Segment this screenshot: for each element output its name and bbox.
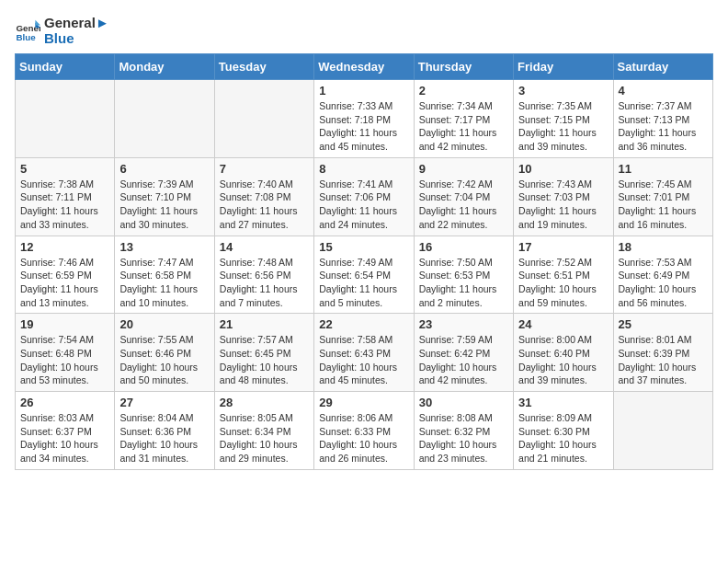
calendar-cell bbox=[613, 392, 712, 470]
day-info: Sunrise: 7:38 AMSunset: 7:11 PMDaylight:… bbox=[20, 178, 109, 232]
day-info: Sunrise: 7:33 AMSunset: 7:18 PMDaylight:… bbox=[319, 99, 408, 154]
calendar-cell: 22Sunrise: 7:58 AMSunset: 6:43 PMDayligh… bbox=[314, 314, 414, 392]
day-number: 20 bbox=[119, 317, 209, 331]
day-number: 9 bbox=[419, 162, 508, 176]
page-header: General Blue General► Blue bbox=[15, 15, 713, 46]
calendar-cell: 16Sunrise: 7:50 AMSunset: 6:53 PMDayligh… bbox=[414, 236, 513, 314]
weekday-header-monday: Monday bbox=[115, 54, 214, 80]
weekday-header-tuesday: Tuesday bbox=[214, 54, 313, 80]
day-number: 6 bbox=[119, 162, 209, 176]
calendar-cell: 17Sunrise: 7:52 AMSunset: 6:51 PMDayligh… bbox=[514, 236, 613, 314]
day-info: Sunrise: 7:49 AMSunset: 6:54 PMDaylight:… bbox=[319, 256, 408, 310]
day-info: Sunrise: 7:57 AMSunset: 6:45 PMDaylight:… bbox=[220, 333, 309, 387]
day-info: Sunrise: 7:47 AMSunset: 6:58 PMDaylight:… bbox=[119, 256, 209, 310]
weekday-header-thursday: Thursday bbox=[414, 54, 513, 80]
calendar-cell bbox=[16, 80, 115, 158]
calendar-cell: 21Sunrise: 7:57 AMSunset: 6:45 PMDayligh… bbox=[214, 314, 313, 392]
day-number: 27 bbox=[119, 396, 209, 409]
day-number: 25 bbox=[619, 317, 708, 331]
day-number: 31 bbox=[518, 396, 608, 409]
calendar-table: SundayMondayTuesdayWednesdayThursdayFrid… bbox=[15, 53, 713, 470]
weekday-header-wednesday: Wednesday bbox=[314, 54, 414, 80]
calendar-cell: 25Sunrise: 8:01 AMSunset: 6:39 PMDayligh… bbox=[613, 314, 712, 392]
logo-line2: Blue bbox=[44, 30, 109, 46]
calendar-cell: 24Sunrise: 8:00 AMSunset: 6:40 PMDayligh… bbox=[514, 314, 613, 392]
day-info: Sunrise: 8:09 AMSunset: 6:30 PMDaylight:… bbox=[518, 411, 608, 465]
day-number: 1 bbox=[319, 84, 408, 98]
day-number: 15 bbox=[319, 240, 408, 254]
calendar-cell: 31Sunrise: 8:09 AMSunset: 6:30 PMDayligh… bbox=[514, 392, 613, 470]
day-info: Sunrise: 8:01 AMSunset: 6:39 PMDaylight:… bbox=[619, 333, 708, 387]
day-info: Sunrise: 8:05 AMSunset: 6:34 PMDaylight:… bbox=[220, 411, 309, 465]
calendar-cell: 30Sunrise: 8:08 AMSunset: 6:32 PMDayligh… bbox=[414, 392, 513, 470]
day-info: Sunrise: 8:04 AMSunset: 6:36 PMDaylight:… bbox=[119, 411, 209, 465]
day-number: 8 bbox=[319, 162, 408, 176]
day-number: 14 bbox=[220, 240, 309, 254]
day-info: Sunrise: 7:54 AMSunset: 6:48 PMDaylight:… bbox=[20, 333, 109, 387]
day-info: Sunrise: 7:50 AMSunset: 6:53 PMDaylight:… bbox=[419, 256, 508, 310]
calendar-cell: 11Sunrise: 7:45 AMSunset: 7:01 PMDayligh… bbox=[613, 157, 712, 236]
day-number: 29 bbox=[319, 396, 408, 409]
day-info: Sunrise: 7:58 AMSunset: 6:43 PMDaylight:… bbox=[319, 333, 408, 387]
calendar-cell: 2Sunrise: 7:34 AMSunset: 7:17 PMDaylight… bbox=[414, 80, 513, 158]
calendar-cell: 12Sunrise: 7:46 AMSunset: 6:59 PMDayligh… bbox=[16, 236, 115, 314]
weekday-header-saturday: Saturday bbox=[613, 54, 712, 80]
calendar-cell: 19Sunrise: 7:54 AMSunset: 6:48 PMDayligh… bbox=[16, 314, 115, 392]
calendar-cell: 18Sunrise: 7:53 AMSunset: 6:49 PMDayligh… bbox=[613, 236, 712, 314]
day-number: 7 bbox=[220, 162, 309, 176]
day-number: 3 bbox=[518, 84, 608, 98]
calendar-week-1: 1Sunrise: 7:33 AMSunset: 7:18 PMDaylight… bbox=[16, 80, 713, 158]
day-number: 4 bbox=[619, 84, 708, 98]
calendar-cell: 10Sunrise: 7:43 AMSunset: 7:03 PMDayligh… bbox=[514, 157, 613, 236]
day-number: 22 bbox=[319, 317, 408, 331]
day-info: Sunrise: 8:08 AMSunset: 6:32 PMDaylight:… bbox=[419, 411, 508, 465]
calendar-cell: 7Sunrise: 7:40 AMSunset: 7:08 PMDaylight… bbox=[214, 157, 313, 236]
day-info: Sunrise: 8:06 AMSunset: 6:33 PMDaylight:… bbox=[319, 411, 408, 465]
day-number: 5 bbox=[20, 162, 109, 176]
day-number: 17 bbox=[518, 240, 608, 254]
day-info: Sunrise: 8:00 AMSunset: 6:40 PMDaylight:… bbox=[518, 333, 608, 387]
day-number: 16 bbox=[419, 240, 508, 254]
day-info: Sunrise: 7:59 AMSunset: 6:42 PMDaylight:… bbox=[419, 333, 508, 387]
day-number: 23 bbox=[419, 317, 508, 331]
day-info: Sunrise: 7:45 AMSunset: 7:01 PMDaylight:… bbox=[619, 178, 708, 232]
logo-icon: General Blue bbox=[15, 17, 40, 43]
day-info: Sunrise: 7:39 AMSunset: 7:10 PMDaylight:… bbox=[119, 178, 209, 232]
day-info: Sunrise: 7:53 AMSunset: 6:49 PMDaylight:… bbox=[619, 256, 708, 310]
calendar-cell: 15Sunrise: 7:49 AMSunset: 6:54 PMDayligh… bbox=[314, 236, 414, 314]
day-number: 30 bbox=[419, 396, 508, 409]
day-info: Sunrise: 8:03 AMSunset: 6:37 PMDaylight:… bbox=[20, 411, 109, 465]
day-number: 13 bbox=[119, 240, 209, 254]
calendar-week-2: 5Sunrise: 7:38 AMSunset: 7:11 PMDaylight… bbox=[16, 157, 713, 236]
day-number: 11 bbox=[619, 162, 708, 176]
day-info: Sunrise: 7:34 AMSunset: 7:17 PMDaylight:… bbox=[419, 99, 508, 154]
day-info: Sunrise: 7:55 AMSunset: 6:46 PMDaylight:… bbox=[119, 333, 209, 387]
calendar-week-3: 12Sunrise: 7:46 AMSunset: 6:59 PMDayligh… bbox=[16, 236, 713, 314]
calendar-cell: 3Sunrise: 7:35 AMSunset: 7:15 PMDaylight… bbox=[514, 80, 613, 158]
calendar-cell bbox=[214, 80, 313, 158]
day-info: Sunrise: 7:52 AMSunset: 6:51 PMDaylight:… bbox=[518, 256, 608, 310]
logo-line1: General► bbox=[44, 15, 109, 30]
day-info: Sunrise: 7:35 AMSunset: 7:15 PMDaylight:… bbox=[518, 99, 608, 154]
day-number: 24 bbox=[518, 317, 608, 331]
calendar-cell: 26Sunrise: 8:03 AMSunset: 6:37 PMDayligh… bbox=[16, 392, 115, 470]
day-number: 10 bbox=[518, 162, 608, 176]
calendar-cell: 14Sunrise: 7:48 AMSunset: 6:56 PMDayligh… bbox=[214, 236, 313, 314]
svg-text:Blue: Blue bbox=[16, 32, 36, 42]
calendar-week-5: 26Sunrise: 8:03 AMSunset: 6:37 PMDayligh… bbox=[16, 392, 713, 470]
calendar-cell: 29Sunrise: 8:06 AMSunset: 6:33 PMDayligh… bbox=[314, 392, 414, 470]
day-info: Sunrise: 7:43 AMSunset: 7:03 PMDaylight:… bbox=[518, 178, 608, 232]
day-info: Sunrise: 7:46 AMSunset: 6:59 PMDaylight:… bbox=[20, 256, 109, 310]
weekday-header-sunday: Sunday bbox=[16, 54, 115, 80]
day-number: 12 bbox=[20, 240, 109, 254]
day-number: 2 bbox=[419, 84, 508, 98]
calendar-cell: 5Sunrise: 7:38 AMSunset: 7:11 PMDaylight… bbox=[16, 157, 115, 236]
day-info: Sunrise: 7:48 AMSunset: 6:56 PMDaylight:… bbox=[220, 256, 309, 310]
calendar-cell bbox=[115, 80, 214, 158]
calendar-cell: 8Sunrise: 7:41 AMSunset: 7:06 PMDaylight… bbox=[314, 157, 414, 236]
calendar-cell: 6Sunrise: 7:39 AMSunset: 7:10 PMDaylight… bbox=[115, 157, 214, 236]
calendar-cell: 4Sunrise: 7:37 AMSunset: 7:13 PMDaylight… bbox=[613, 80, 712, 158]
calendar-header-row: SundayMondayTuesdayWednesdayThursdayFrid… bbox=[16, 54, 713, 80]
day-number: 19 bbox=[20, 317, 109, 331]
calendar-cell: 27Sunrise: 8:04 AMSunset: 6:36 PMDayligh… bbox=[115, 392, 214, 470]
